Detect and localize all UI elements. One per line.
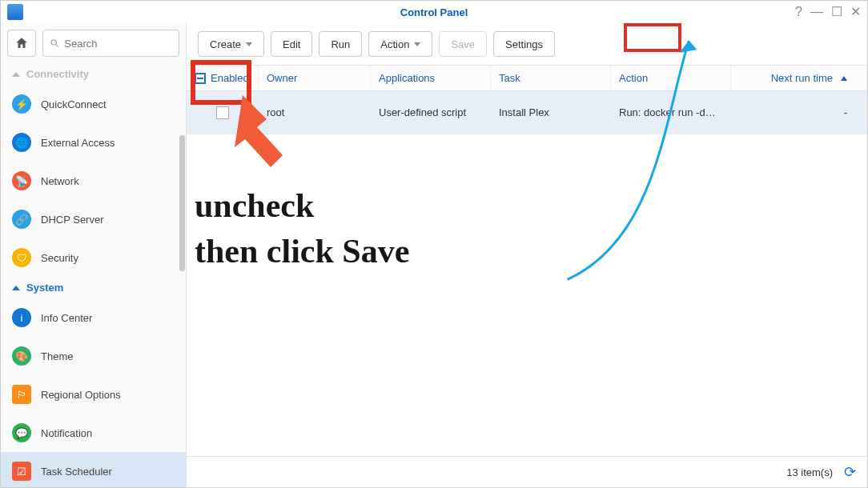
sidebar-item-label: QuickConnect (41, 98, 106, 110)
th-next-run[interactable]: Next run time (731, 66, 867, 90)
network-icon: 📡 (12, 171, 31, 190)
globe-icon: 🌐 (12, 133, 31, 152)
run-button[interactable]: Run (319, 31, 362, 57)
th-enabled[interactable]: Enabled (187, 66, 259, 90)
caret-down-icon (414, 42, 420, 46)
th-label: Action (619, 72, 648, 84)
flag-icon: 🏳 (12, 385, 31, 404)
calendar-check-icon: ☑ (12, 462, 31, 481)
cell-action: Run: docker run -d… (611, 100, 731, 125)
info-icon: i (12, 308, 31, 327)
task-table: Enabled Owner Applications Task Action N… (187, 65, 867, 456)
sidebar-item-label: Info Center (41, 312, 92, 324)
create-button[interactable]: Create (198, 31, 264, 57)
th-action[interactable]: Action (611, 66, 731, 90)
th-label: Applications (379, 72, 435, 84)
window-title: Control Panel (400, 6, 468, 18)
button-label: Create (210, 38, 241, 50)
sidebar-item-task-scheduler[interactable]: ☑ Task Scheduler (1, 452, 186, 487)
sidebar-item-notification[interactable]: 💬 Notification (1, 414, 186, 452)
th-label: Enabled (211, 72, 249, 84)
sidebar-item-regional[interactable]: 🏳 Regional Options (1, 375, 186, 414)
th-applications[interactable]: Applications (371, 66, 491, 90)
group-system[interactable]: System (1, 277, 186, 298)
enabled-checkbox[interactable] (216, 106, 229, 119)
refresh-button[interactable]: ⟳ (844, 463, 856, 481)
home-icon (14, 36, 29, 50)
chat-icon: 💬 (12, 423, 31, 442)
sidebar-item-label: Theme (41, 350, 73, 362)
annotation-line2: then click Save (195, 229, 409, 274)
button-label: Run (331, 38, 350, 50)
button-label: Settings (505, 38, 543, 50)
th-owner[interactable]: Owner (259, 66, 371, 90)
search-box[interactable] (42, 30, 179, 57)
button-label: Action (380, 38, 409, 50)
group-label: System (26, 282, 63, 294)
th-label: Owner (267, 72, 297, 84)
home-button[interactable] (7, 30, 36, 57)
sidebar-item-external-access[interactable]: 🌐 External Access (1, 123, 186, 162)
item-count: 13 item(s) (786, 466, 833, 478)
chevron-up-icon (12, 72, 20, 77)
th-label: Task (499, 72, 520, 84)
sidebar-item-network[interactable]: 📡 Network (1, 162, 186, 200)
sidebar-item-dhcp[interactable]: 🔗 DHCP Server (1, 200, 186, 238)
search-input[interactable] (64, 38, 172, 50)
header-checkbox-icon[interactable] (195, 73, 206, 84)
titlebar: Control Panel ? — ☐ ✕ (1, 1, 867, 23)
settings-button[interactable]: Settings (493, 31, 555, 57)
close-icon[interactable]: ✕ (850, 6, 861, 18)
scrollbar-thumb[interactable] (179, 135, 185, 271)
action-button[interactable]: Action (368, 31, 432, 57)
sidebar-item-info-center[interactable]: i Info Center (1, 298, 186, 337)
sidebar-item-label: External Access (41, 137, 115, 149)
share-icon: 🔗 (12, 210, 31, 229)
caret-down-icon (246, 42, 252, 46)
minimize-icon[interactable]: — (810, 6, 823, 18)
sidebar-item-theme[interactable]: 🎨 Theme (1, 337, 186, 375)
cell-applications: User-defined script (371, 100, 491, 125)
annotation-text: uncheck then click Save (195, 183, 409, 274)
cell-owner: root (259, 100, 371, 125)
app-icon (7, 4, 23, 20)
sidebar-item-label: Network (41, 175, 79, 187)
annotation-line1: uncheck (195, 183, 409, 229)
group-connectivity[interactable]: Connectivity (1, 63, 186, 85)
group-label: Connectivity (26, 68, 89, 80)
sidebar-item-label: DHCP Server (41, 214, 104, 226)
table-footer: 13 item(s) ⟳ (187, 456, 867, 487)
sidebar-item-label: Regional Options (41, 389, 121, 401)
chevron-up-icon (12, 286, 20, 290)
sidebar-item-label: Task Scheduler (41, 466, 112, 478)
cell-next-run: - (731, 100, 867, 125)
help-icon[interactable]: ? (795, 6, 802, 18)
sidebar: Connectivity ⚡ QuickConnect 🌐 External A… (1, 23, 187, 487)
sidebar-item-security[interactable]: 🛡 Security (1, 238, 186, 277)
search-icon (50, 38, 59, 49)
button-label: Edit (283, 38, 300, 50)
table-header: Enabled Owner Applications Task Action N… (187, 65, 867, 91)
main-panel: Create Edit Run Action Save Settings (187, 23, 867, 487)
palette-icon: 🎨 (12, 346, 31, 366)
save-button[interactable]: Save (439, 31, 487, 57)
maximize-icon[interactable]: ☐ (831, 6, 842, 18)
bolt-icon: ⚡ (12, 94, 31, 114)
sidebar-item-label: Notification (41, 427, 92, 439)
table-row[interactable]: root User-defined script Install Plex Ru… (187, 91, 867, 134)
th-task[interactable]: Task (491, 66, 611, 90)
sidebar-item-quickconnect[interactable]: ⚡ QuickConnect (1, 85, 186, 123)
sort-asc-icon (841, 76, 847, 81)
edit-button[interactable]: Edit (271, 31, 312, 57)
sidebar-item-label: Security (41, 252, 78, 264)
svg-line-1 (56, 45, 58, 47)
button-label: Save (451, 38, 475, 50)
cell-task: Install Plex (491, 100, 611, 125)
th-label: Next run time (771, 72, 833, 84)
svg-point-0 (51, 40, 56, 45)
toolbar: Create Edit Run Action Save Settings (187, 23, 867, 65)
shield-icon: 🛡 (12, 248, 31, 267)
